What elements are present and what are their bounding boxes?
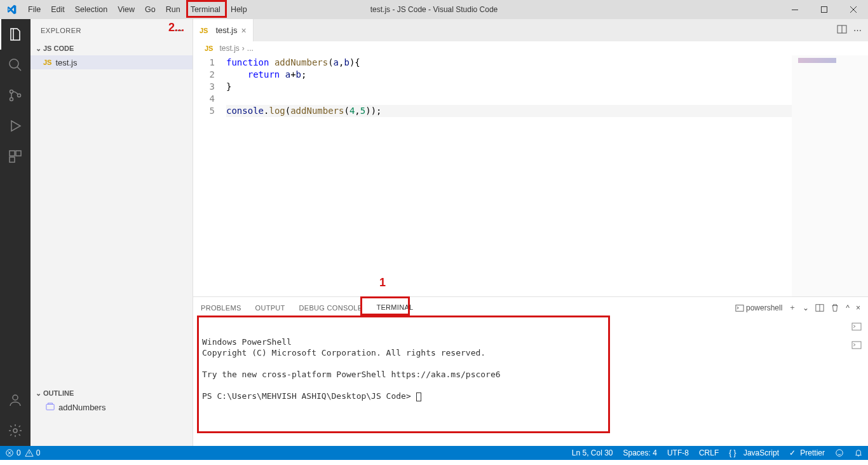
kill-terminal-icon[interactable]: [831, 303, 839, 312]
svg-rect-15: [852, 323, 861, 330]
outline-item[interactable]: addNumbers: [31, 400, 193, 414]
extensions-icon[interactable]: [0, 141, 31, 172]
panel-tab-output[interactable]: OUTPUT: [255, 299, 285, 317]
outline-header[interactable]: ⌄ OUTLINE: [31, 386, 193, 400]
settings-icon[interactable]: [0, 415, 31, 446]
status-spaces[interactable]: Spaces: 4: [623, 448, 657, 457]
terminal-body[interactable]: Windows PowerShell Copyright (C) Microso…: [193, 318, 868, 446]
breadcrumb-file: test.js: [219, 44, 239, 53]
panel-tabs: PROBLEMS OUTPUT DEBUG CONSOLE TERMINAL p…: [193, 297, 868, 318]
menubar: File Edit Selection View Go Run Terminal…: [23, 0, 252, 19]
terminal-side-icon[interactable]: [851, 321, 862, 333]
status-warnings[interactable]: 0: [25, 448, 41, 457]
panel-tab-terminal[interactable]: TERMINAL: [376, 298, 413, 317]
svg-rect-6: [10, 151, 15, 156]
more-actions-icon[interactable]: ⋯: [853, 25, 862, 35]
statusbar: 0 0 Ln 5, Col 30 Spaces: 4 UTF-8 CRLF { …: [0, 446, 868, 460]
code-editor[interactable]: 1 2 3 4 5 function addNumbers(a,b){ retu…: [193, 55, 868, 296]
status-errors[interactable]: 0: [5, 448, 21, 457]
menu-help[interactable]: Help: [226, 0, 252, 19]
status-feedback-icon[interactable]: [835, 448, 844, 457]
svg-rect-8: [10, 157, 15, 162]
chevron-down-icon: ⌄: [33, 389, 43, 398]
split-editor-icon[interactable]: [837, 24, 847, 36]
chevron-down-icon: ⌄: [33, 45, 43, 53]
project-name: JS CODE: [43, 45, 74, 52]
maximize-panel-icon[interactable]: ^: [846, 303, 850, 312]
status-eol[interactable]: CRLF: [699, 448, 719, 457]
menu-file[interactable]: File: [23, 0, 46, 19]
account-icon[interactable]: [0, 385, 31, 415]
titlebar: File Edit Selection View Go Run Terminal…: [0, 0, 868, 19]
menu-terminal[interactable]: Terminal: [186, 0, 226, 19]
sidebar-title: EXPLORER: [41, 27, 81, 34]
menu-run[interactable]: Run: [161, 0, 186, 19]
status-language[interactable]: { } JavaScript: [729, 448, 779, 457]
search-icon[interactable]: [0, 50, 31, 80]
tab-testjs[interactable]: JS test.js ×: [193, 19, 254, 41]
explorer-icon[interactable]: [0, 19, 31, 50]
svg-rect-11: [46, 404, 54, 410]
minimap[interactable]: [792, 55, 868, 296]
svg-point-9: [13, 395, 18, 400]
status-prettier[interactable]: ✓ Prettier: [789, 448, 825, 457]
js-file-icon: JS: [200, 27, 208, 34]
more-icon[interactable]: ⋯: [174, 25, 182, 35]
run-debug-icon[interactable]: [0, 111, 31, 141]
svg-rect-16: [852, 342, 861, 349]
terminal-side-icon[interactable]: [851, 340, 862, 352]
breadcrumb[interactable]: JS test.js › ...: [193, 41, 868, 55]
new-terminal-icon[interactable]: ＋: [789, 302, 796, 313]
outline-title: OUTLINE: [43, 389, 74, 397]
source-control-icon[interactable]: [0, 80, 31, 111]
menu-go[interactable]: Go: [140, 0, 161, 19]
file-item-testjs[interactable]: JS test.js: [31, 55, 193, 69]
window-title: test.js - JS Code - Visual Studio Code: [370, 5, 498, 14]
minimize-icon[interactable]: [780, 0, 810, 19]
breadcrumb-sep: ›: [242, 44, 245, 53]
sidebar: EXPLORER ⋯ ⌄ JS CODE JS test.js ⌄ OUTLIN…: [31, 19, 193, 446]
svg-point-4: [10, 98, 13, 101]
svg-rect-7: [16, 151, 21, 156]
panel-tab-debug[interactable]: DEBUG CONSOLE: [299, 299, 363, 317]
project-header[interactable]: ⌄ JS CODE: [31, 41, 193, 55]
activitybar: [0, 19, 31, 446]
line-gutter: 1 2 3 4 5: [193, 55, 226, 296]
panel: PROBLEMS OUTPUT DEBUG CONSOLE TERMINAL p…: [193, 296, 868, 446]
tab-close-icon[interactable]: ×: [241, 25, 246, 36]
terminal-dropdown-icon[interactable]: ⌄: [803, 303, 809, 312]
close-panel-icon[interactable]: ×: [856, 303, 860, 312]
svg-rect-13: [736, 305, 743, 311]
file-name: test.js: [55, 58, 77, 67]
svg-rect-1: [822, 7, 827, 13]
breadcrumb-rest: ...: [247, 44, 254, 53]
symbol-function-icon: [46, 402, 55, 413]
code-content[interactable]: function addNumbers(a,b){ return a+b;} c…: [226, 55, 792, 296]
status-lncol[interactable]: Ln 5, Col 30: [572, 448, 613, 457]
panel-tab-problems[interactable]: PROBLEMS: [201, 299, 241, 317]
status-encoding[interactable]: UTF-8: [667, 448, 689, 457]
editor-area: JS test.js × ⋯ JS test.js › ... 1 2 3 4 …: [193, 19, 868, 446]
menu-selection[interactable]: Selection: [70, 0, 112, 19]
svg-point-2: [10, 59, 18, 68]
js-file-icon: JS: [43, 59, 51, 66]
terminal-profile[interactable]: powershell: [735, 303, 783, 312]
status-bell-icon[interactable]: [854, 448, 863, 457]
tab-row: JS test.js × ⋯: [193, 19, 868, 41]
menu-edit[interactable]: Edit: [46, 0, 70, 19]
maximize-icon[interactable]: [810, 0, 839, 19]
svg-point-18: [836, 450, 843, 457]
window-controls: [780, 0, 868, 19]
svg-point-5: [18, 94, 21, 97]
close-icon[interactable]: [839, 0, 868, 19]
outline-symbol: addNumbers: [58, 403, 105, 412]
split-terminal-icon[interactable]: [815, 303, 824, 312]
vscode-logo-icon: [6, 4, 17, 15]
svg-point-10: [13, 429, 17, 433]
svg-rect-0: [792, 10, 798, 10]
tab-label: test.js: [215, 25, 237, 35]
terminal-cursor-icon: [416, 392, 421, 401]
menu-view[interactable]: View: [112, 0, 140, 19]
js-file-icon: JS: [205, 45, 213, 52]
svg-point-3: [10, 90, 13, 94]
